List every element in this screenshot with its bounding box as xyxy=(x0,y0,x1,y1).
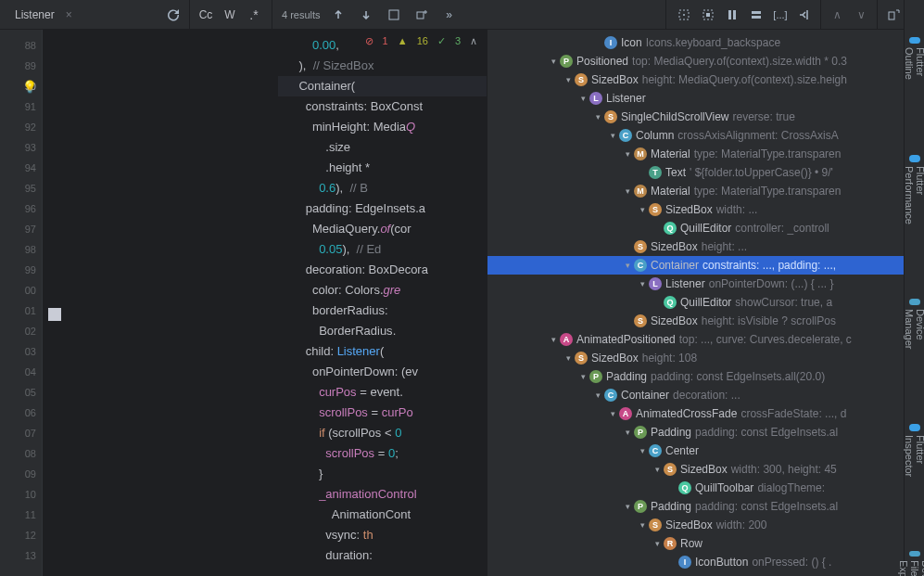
chevron-down-icon[interactable]: ▾ xyxy=(621,186,634,196)
words-icon[interactable]: W xyxy=(220,5,240,25)
code-line[interactable]: AnimationCont xyxy=(278,505,487,525)
outline-node[interactable]: QQuillToolbardialogTheme: xyxy=(487,479,924,497)
outline-node[interactable]: ▾CColumncrossAxisAlignment: CrossAxisA xyxy=(487,126,924,145)
outline-node[interactable]: ▾PPaddingpadding: const EdgeInsets.al xyxy=(487,423,924,442)
code-line[interactable]: padding: EdgeInsets.a xyxy=(278,198,487,219)
outline-node[interactable]: SSizedBoxheight: isVisible ? scrollPos xyxy=(487,312,924,330)
outline-node[interactable]: ▾MMaterialtype: MaterialType.transparen xyxy=(487,145,924,163)
extract-icon[interactable] xyxy=(883,5,904,25)
code-line[interactable]: .height * xyxy=(278,158,487,178)
chevron-down-icon[interactable]: ▾ xyxy=(621,261,634,270)
chevron-down-icon[interactable]: ▾ xyxy=(621,502,634,511)
code-line[interactable]: onPointerDown: (ev xyxy=(278,362,487,382)
code-line[interactable]: borderRadius: xyxy=(278,301,487,321)
tab-device-manager[interactable]: Device Manager xyxy=(902,291,925,361)
chevron-icon[interactable]: ∧ xyxy=(470,35,477,47)
code-line[interactable]: ), // SizedBox xyxy=(278,56,487,76)
code-line[interactable]: .size xyxy=(278,137,487,158)
tab-flutter-outline[interactable]: Flutter Outline xyxy=(902,30,925,92)
outline-node[interactable]: ▾SSizedBoxwidth: 200 xyxy=(487,516,924,534)
chevron-down-icon[interactable]: ▾ xyxy=(547,335,560,344)
code-line[interactable]: 0.6), // B xyxy=(278,178,487,198)
code-line[interactable]: if (scrollPos < 0 xyxy=(278,423,487,443)
chevron-down-icon[interactable]: ▾ xyxy=(591,112,604,122)
chevron-down-icon[interactable]: ▾ xyxy=(621,428,634,437)
outline-node[interactable]: ▾PPaddingpadding: const EdgeInsets.al xyxy=(487,497,924,516)
refresh-icon[interactable] xyxy=(163,5,184,25)
prev-match-icon[interactable] xyxy=(328,5,348,25)
center-icon[interactable] xyxy=(674,5,694,25)
chevron-down-icon[interactable]: ▾ xyxy=(621,149,634,159)
code-line[interactable]: curPos = event. xyxy=(278,382,487,403)
outline-node[interactable]: ▾SSizedBoxheight: 108 xyxy=(487,349,924,367)
more-icon[interactable]: » xyxy=(439,5,460,25)
chevron-down-icon[interactable]: ▾ xyxy=(562,353,575,363)
outline-node[interactable]: QQuillEditorshowCursor: true, a xyxy=(487,293,924,312)
code-line[interactable]: MediaQuery.of(cor xyxy=(278,219,487,239)
chevron-down-icon[interactable]: ▾ xyxy=(651,539,664,548)
code-line[interactable]: scrollPos = 0; xyxy=(278,443,487,464)
chevron-down-icon[interactable]: ▾ xyxy=(606,131,619,140)
brackets-icon[interactable]: [...] xyxy=(770,5,791,25)
inspection-status[interactable]: ⊘1 ▲16 ✓3 ∧ xyxy=(278,31,487,51)
outline-node[interactable]: ▾PPositionedtop: MediaQuery.of(context).… xyxy=(487,52,924,70)
outline-node[interactable]: ▾LListeneronPointerDown: (...) { ... } xyxy=(487,275,924,293)
chevron-down-icon[interactable]: ▾ xyxy=(576,94,589,103)
tab-device-file-explorer[interactable]: Device File Explorer xyxy=(896,544,925,576)
outline-node[interactable]: SSizedBoxheight: ... xyxy=(487,237,924,256)
step-icon[interactable] xyxy=(794,5,815,25)
editor-tab[interactable]: Listener × xyxy=(7,2,80,28)
code-line[interactable]: vsync: th xyxy=(278,525,487,545)
outline-node[interactable]: ▾SSizedBoxwidth: 300, height: 45 xyxy=(487,460,924,479)
outline-node[interactable]: ▾SSizedBoxwidth: ... xyxy=(487,200,924,219)
code-line[interactable]: constraints: BoxConst xyxy=(278,96,487,117)
chevron-down-icon[interactable]: ▾ xyxy=(547,57,560,66)
code-line[interactable]: scrollPos = curPo xyxy=(278,403,487,423)
outline-node[interactable]: ▾CCenter xyxy=(487,442,924,460)
chevron-down-icon[interactable]: ▾ xyxy=(606,409,619,418)
code-line[interactable]: Container( xyxy=(278,76,487,96)
chevron-down-icon[interactable]: ▾ xyxy=(562,75,575,84)
code-line[interactable]: } xyxy=(278,464,487,484)
code-line[interactable]: decoration: BoxDecora xyxy=(278,260,487,280)
code-line[interactable]: 0.05), // Ed xyxy=(278,239,487,260)
match-case-icon[interactable]: Cc xyxy=(196,5,216,25)
chevron-down-icon[interactable]: ▾ xyxy=(636,205,649,214)
chevron-down-icon[interactable]: ▾ xyxy=(651,465,664,474)
code-line[interactable]: _animationControl xyxy=(278,484,487,505)
outline-node[interactable]: ▾RRow xyxy=(487,534,924,553)
outline-node[interactable]: ▾LListener xyxy=(487,89,924,108)
surround-icon[interactable] xyxy=(698,5,718,25)
outline-node[interactable]: ▾AAnimatedPositionedtop: ..., curve: Cur… xyxy=(487,330,924,349)
chevron-down-icon[interactable]: ▾ xyxy=(636,446,649,455)
code-line[interactable]: color: Colors.gre xyxy=(278,280,487,301)
chevron-down-icon[interactable]: ▾ xyxy=(576,372,589,381)
down-icon[interactable]: ∨ xyxy=(851,5,871,25)
outline-node[interactable]: ▾CContainerdecoration: ... xyxy=(487,386,924,404)
close-icon[interactable]: × xyxy=(66,8,72,21)
tab-flutter-performance[interactable]: Flutter Performance xyxy=(902,147,925,236)
code-line[interactable]: BorderRadius. xyxy=(278,321,487,341)
new-selection-icon[interactable] xyxy=(411,5,432,25)
row-icon[interactable] xyxy=(746,5,766,25)
outline-node[interactable]: TText' ${folder.toUpperCase()} • 9/' xyxy=(487,163,924,182)
outline-node[interactable]: ▾PPaddingpadding: const EdgeInsets.all(2… xyxy=(487,367,924,386)
outline-node[interactable]: ▾CContainerconstraints: ..., padding: ..… xyxy=(487,256,924,275)
code-line[interactable]: minHeight: MediaQ xyxy=(278,117,487,137)
outline-node[interactable]: IIconButtononPressed: () { . xyxy=(487,553,924,571)
select-all-icon[interactable] xyxy=(384,5,404,25)
outline-node[interactable]: ▾MMaterialtype: MaterialType.transparen xyxy=(487,182,924,200)
code-editor[interactable]: ⊘1 ▲16 ✓3 ∧ 0.00, ), // SizedBox Contain… xyxy=(278,30,487,576)
outline-node[interactable]: IIconIcons.keyboard_backspace xyxy=(487,33,924,52)
regex-icon[interactable]: .* xyxy=(244,5,264,25)
up-icon[interactable]: ∧ xyxy=(827,5,847,25)
code-line[interactable]: duration: xyxy=(278,545,487,566)
intention-bulb-icon[interactable]: 💡 xyxy=(22,80,37,94)
chevron-down-icon[interactable]: ▾ xyxy=(636,279,649,288)
tab-flutter-inspector[interactable]: Flutter Inspector xyxy=(902,416,925,488)
next-match-icon[interactable] xyxy=(356,5,376,25)
outline-node[interactable]: ▾AAnimatedCrossFadecrossFadeState: ..., … xyxy=(487,404,924,423)
outline-node[interactable]: ▾SSizedBoxheight: MediaQuery.of(context)… xyxy=(487,70,924,89)
code-line[interactable]: child: Listener( xyxy=(278,341,487,362)
chevron-down-icon[interactable]: ▾ xyxy=(591,390,604,400)
